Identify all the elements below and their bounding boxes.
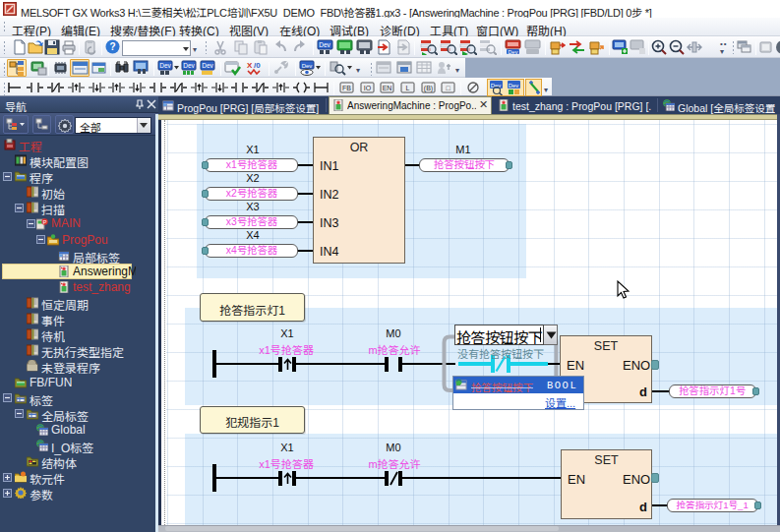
svg-text:Dev: Dev	[183, 62, 195, 69]
svg-text:FB: FB	[342, 85, 351, 91]
svg-text:Dev: Dev	[319, 41, 330, 48]
svg-text:IO: IO	[364, 85, 372, 91]
svg-text:Dev: Dev	[159, 62, 171, 69]
svg-text:Dev: Dev	[509, 83, 519, 89]
svg-text:Dev: Dev	[202, 62, 213, 69]
svg-text:P: P	[42, 218, 46, 224]
svg-text:Dev: Dev	[509, 49, 518, 55]
svg-text:L: L	[406, 85, 410, 91]
svg-text:(B): (B)	[424, 85, 433, 92]
svg-text:?: ?	[109, 41, 115, 52]
svg-text:X: X	[247, 61, 253, 70]
svg-text:EN: EN	[383, 85, 392, 91]
svg-text:/0: /0	[254, 61, 261, 70]
svg-text:Dev: Dev	[302, 63, 313, 69]
